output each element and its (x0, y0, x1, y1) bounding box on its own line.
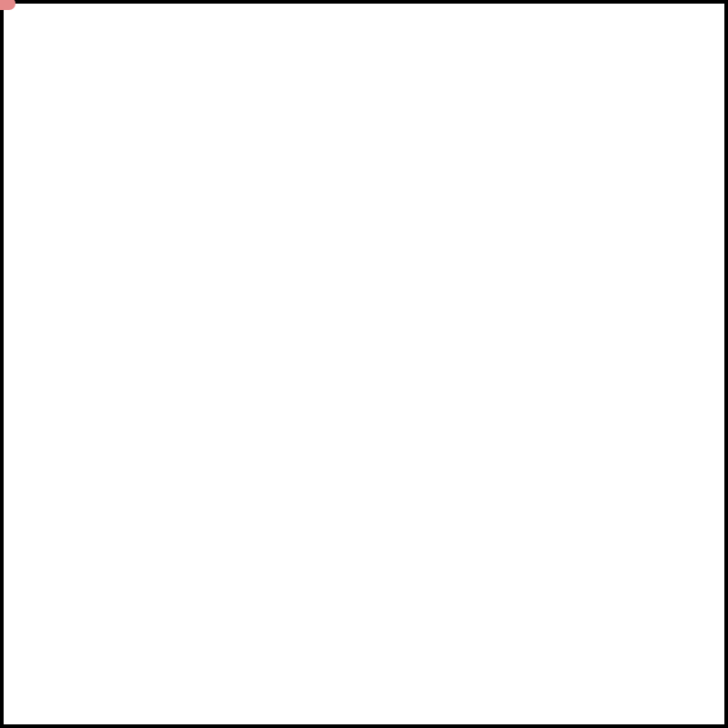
bottleneck-plot (4, 4, 724, 724)
gradient-background (4, 4, 724, 724)
chart-frame (0, 0, 728, 728)
bottleneck-marker (0, 0, 15, 10)
